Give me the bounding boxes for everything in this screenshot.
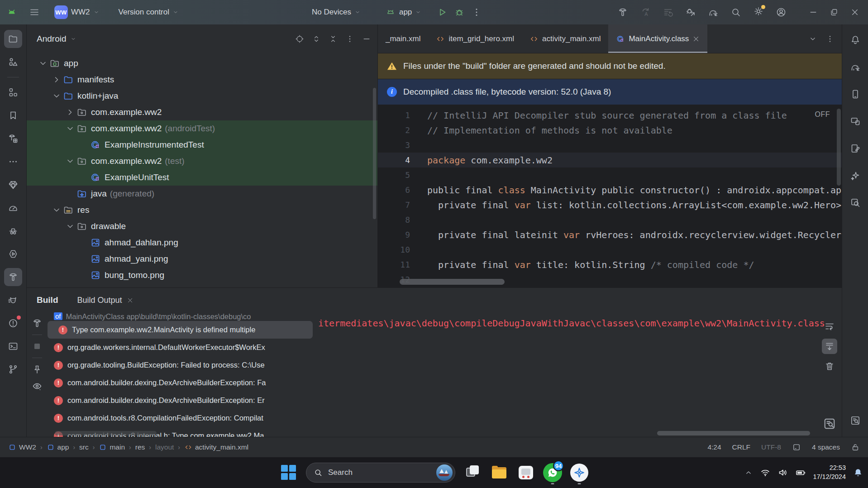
tool-window-button-bookmarks[interactable] bbox=[4, 106, 22, 124]
account-button[interactable] bbox=[776, 7, 787, 18]
restore-button[interactable] bbox=[824, 0, 844, 24]
build-error-row[interactable]: !com.android.tools.r8.CompilationFailedE… bbox=[48, 409, 315, 427]
tool-window-button-build-variants[interactable] bbox=[4, 129, 22, 148]
tool-window-button-layout-inspector[interactable] bbox=[846, 139, 864, 158]
tree-item-app[interactable]: app bbox=[27, 55, 377, 72]
notification-bell-icon[interactable] bbox=[853, 467, 863, 478]
breadcrumb-item-layout[interactable]: layout bbox=[155, 443, 174, 451]
minus-icon[interactable] bbox=[362, 34, 371, 43]
windows-start-button[interactable] bbox=[279, 463, 298, 482]
main-menu-icon[interactable] bbox=[29, 7, 40, 18]
editor-tab-mainactivity-class[interactable]: MainActivity.class bbox=[608, 24, 707, 53]
tab-build-output[interactable]: Build Output bbox=[77, 296, 134, 305]
tool-window-button-device-manager[interactable] bbox=[846, 85, 864, 103]
more-run-actions-icon[interactable] bbox=[471, 7, 482, 18]
chevron-right-icon[interactable] bbox=[51, 74, 62, 85]
tool-window-button-problems[interactable] bbox=[4, 314, 22, 332]
breadcrumb-item-src[interactable]: src bbox=[79, 443, 89, 451]
tool-window-button-structure[interactable] bbox=[4, 83, 22, 101]
file-encoding[interactable]: UTF-8 bbox=[761, 443, 781, 451]
tool-window-button-notifications[interactable] bbox=[846, 31, 864, 49]
tool-window-button-running-devices[interactable] bbox=[846, 112, 864, 130]
tool-window-button-more-tool-windows[interactable] bbox=[4, 153, 22, 171]
tool-window-button-terminal[interactable] bbox=[4, 337, 22, 355]
task-view-button[interactable] bbox=[463, 463, 482, 482]
search-output-icon[interactable] bbox=[823, 417, 836, 431]
editor-pane-icon[interactable] bbox=[792, 443, 801, 452]
breadcrumb-item-app[interactable]: app bbox=[47, 443, 69, 451]
build-project-button[interactable] bbox=[617, 7, 628, 18]
chevron-down-icon[interactable] bbox=[65, 221, 76, 232]
build-row-clipped[interactable]: ofMainActivityClass app\build\tmp\kotlin… bbox=[48, 312, 315, 321]
build-console[interactable]: itermediates\javac\debug\compileDebugJav… bbox=[315, 312, 842, 437]
tree-item-exampleinstrumentedtest[interactable]: ExampleInstrumentedTest bbox=[27, 137, 377, 153]
tree-item-com-example-ww2[interactable]: com.example.ww2(androidTest) bbox=[27, 120, 377, 137]
tray-chevron-up-icon[interactable] bbox=[744, 468, 753, 477]
stop-icon[interactable] bbox=[32, 341, 43, 352]
build-list-scrollbar[interactable] bbox=[55, 431, 157, 435]
chevron-down-icon[interactable] bbox=[65, 156, 76, 167]
taskbar-search-box[interactable]: Search bbox=[306, 463, 455, 483]
tree-item-kotlin-java[interactable]: kotlin+java bbox=[27, 88, 377, 104]
expand-all-icon[interactable] bbox=[312, 34, 321, 43]
tool-window-button-logcat[interactable] bbox=[4, 291, 22, 309]
tool-window-button-version-control[interactable] bbox=[4, 360, 22, 378]
editor-more-options-icon[interactable] bbox=[825, 34, 835, 43]
build-horizontal-scrollbar[interactable] bbox=[657, 431, 810, 435]
chevron-down-icon[interactable] bbox=[51, 91, 62, 101]
tool-window-button-project[interactable] bbox=[4, 30, 22, 48]
run-button[interactable] bbox=[437, 7, 448, 18]
build-error-row[interactable]: !org.gradle.tooling.BuildException: Fail… bbox=[48, 356, 315, 374]
tree-item-java[interactable]: java(generated) bbox=[27, 186, 377, 202]
pin-icon[interactable] bbox=[32, 364, 43, 375]
settings-button[interactable] bbox=[753, 6, 764, 19]
tool-window-button-resource-manager[interactable] bbox=[4, 53, 22, 71]
tab-list-chevron-icon[interactable] bbox=[808, 34, 817, 43]
editor-horizontal-scrollbar[interactable] bbox=[400, 279, 505, 285]
volume-icon[interactable] bbox=[777, 467, 788, 478]
tool-window-button-gradle[interactable] bbox=[846, 58, 864, 76]
chevron-down-icon[interactable] bbox=[51, 205, 62, 215]
wifi-icon[interactable] bbox=[760, 467, 771, 478]
editor-tab-item-grid-hero-xml[interactable]: item_grid_hero.xml bbox=[428, 24, 522, 53]
tool-window-button-gemini[interactable] bbox=[846, 167, 864, 185]
breadcrumb-item-activity-main-xml[interactable]: activity_main.xml bbox=[184, 443, 248, 451]
attach-debugger-button[interactable] bbox=[685, 7, 696, 18]
editor-tab--main-xml[interactable]: _main.xml bbox=[378, 24, 428, 53]
gradle-sync-button[interactable] bbox=[708, 7, 719, 18]
tree-item-res[interactable]: res bbox=[27, 202, 377, 218]
tool-window-button-app-quality-insights[interactable] bbox=[846, 194, 864, 212]
tool-window-button-find-tool[interactable] bbox=[846, 411, 864, 430]
chevron-right-icon[interactable] bbox=[65, 107, 76, 118]
tree-item-com-example-ww2[interactable]: com.example.ww2 bbox=[27, 104, 377, 120]
scroll-to-end-button[interactable] bbox=[822, 339, 837, 354]
breadcrumb-item-main[interactable]: main bbox=[99, 443, 125, 451]
project-widget[interactable]: WW WW2 bbox=[51, 3, 103, 22]
more-v-icon[interactable] bbox=[345, 34, 354, 43]
minimize-button[interactable] bbox=[803, 0, 824, 24]
vcs-widget[interactable]: Version control bbox=[115, 5, 182, 19]
lock-open-icon[interactable] bbox=[851, 443, 860, 452]
run-configuration-selector[interactable]: app bbox=[382, 4, 425, 20]
build-error-row[interactable]: !com.android.builder.dexing.DexArchiveBu… bbox=[48, 374, 315, 392]
chevron-down-icon[interactable] bbox=[38, 58, 48, 69]
project-view-selector[interactable]: Android bbox=[37, 34, 76, 44]
tree-item-exampleunittest[interactable]: ExampleUnitTest bbox=[27, 169, 377, 186]
indent-setting[interactable]: 4 spaces bbox=[812, 443, 840, 451]
tree-item-ahmad-yani-png[interactable]: ahmad_yani.png bbox=[27, 251, 377, 267]
code-editor[interactable]: 1// IntelliJ API Decompiler stub source … bbox=[378, 105, 842, 287]
tool-window-button-app-quality-insights[interactable] bbox=[4, 176, 22, 194]
close-tab-icon[interactable] bbox=[692, 35, 700, 43]
clock[interactable]: 22:53 17/12/2024 bbox=[813, 464, 846, 481]
project-tree-scrollbar[interactable] bbox=[373, 88, 376, 219]
line-ending[interactable]: CRLF bbox=[732, 443, 750, 451]
whatsapp-button[interactable]: 94 bbox=[543, 463, 562, 482]
eye-icon[interactable] bbox=[32, 381, 43, 392]
tree-item-ahmad-dahlan-png[interactable]: ahmad_dahlan.png bbox=[27, 234, 377, 251]
debug-button[interactable] bbox=[454, 7, 465, 18]
build-error-row[interactable]: !org.gradle.workers.internal.DefaultWork… bbox=[48, 339, 315, 356]
search-everywhere-button[interactable] bbox=[730, 7, 741, 18]
breadcrumb-item-ww2[interactable]: WW2 bbox=[8, 443, 36, 451]
tool-window-button-app-inspection[interactable] bbox=[4, 222, 22, 240]
android-studio-button[interactable] bbox=[570, 463, 589, 482]
